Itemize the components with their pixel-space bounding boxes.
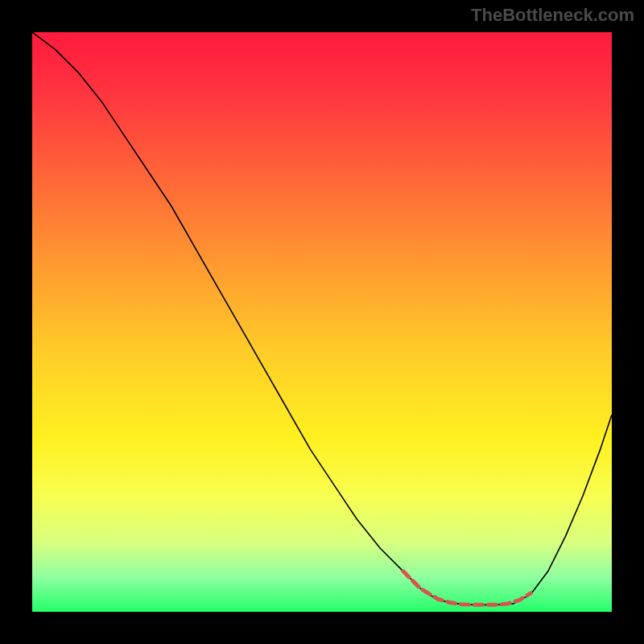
chart-plot-area (32, 32, 612, 612)
chart-background (32, 32, 612, 612)
chart-svg (32, 32, 612, 612)
watermark-text: TheBottleneck.com (471, 5, 634, 26)
